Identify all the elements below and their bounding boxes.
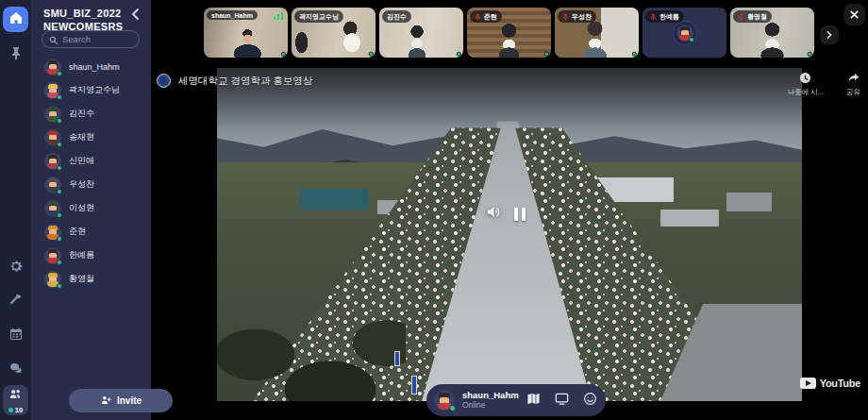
youtube-player[interactable]: 세명대학교 경영학과 홍보영상 나중에 시... 공유 YouTube — [151, 60, 868, 404]
participant-tile[interactable]: 곽지영교수님 — [292, 8, 376, 58]
signal-strength-icon — [274, 11, 284, 20]
chat-button[interactable] — [3, 357, 28, 382]
minimap-icon[interactable] — [526, 392, 541, 410]
member-avatar — [44, 106, 61, 123]
calendar-button[interactable] — [3, 323, 28, 348]
online-dot-icon — [57, 118, 62, 124]
members-panel-button[interactable]: 10 — [3, 385, 28, 415]
online-dot-icon — [57, 189, 62, 194]
invite-button[interactable]: Invite — [69, 389, 173, 412]
mic-muted-icon — [475, 13, 481, 21]
online-dot-icon — [57, 236, 62, 242]
member-name: 준현 — [69, 226, 86, 238]
close-video-button[interactable] — [843, 4, 865, 25]
member-avatar — [44, 224, 61, 241]
gear-icon — [8, 259, 24, 277]
member-avatar — [44, 59, 61, 76]
screenshare-icon[interactable] — [555, 392, 569, 410]
online-dot-icon — [57, 165, 62, 171]
channel-logo[interactable] — [157, 74, 171, 88]
pause-icon[interactable] — [514, 208, 526, 221]
next-participants-button[interactable] — [820, 25, 839, 44]
self-status: Online — [462, 401, 519, 411]
online-dot-icon — [57, 71, 62, 76]
member-avatar — [44, 200, 61, 217]
share-button[interactable]: 공유 — [846, 72, 860, 97]
member-row[interactable]: 준현 — [31, 220, 151, 244]
video-title-row[interactable]: 세명대학교 경영학과 홍보영상 — [157, 74, 312, 88]
member-avatar — [44, 129, 61, 146]
participant-name-badge: 한예름 — [645, 10, 684, 23]
video-title[interactable]: 세명대학교 경영학과 홍보영상 — [178, 75, 312, 88]
participant-tile[interactable]: 한예름 — [643, 8, 726, 58]
participant-tile[interactable]: 우성찬 — [555, 8, 639, 58]
emote-icon[interactable] — [583, 392, 597, 410]
self-status-bar[interactable]: shaun_Hahm Online — [426, 384, 606, 416]
member-name: 우성찬 — [69, 178, 94, 191]
member-avatar — [44, 153, 61, 170]
search-input[interactable] — [62, 34, 132, 44]
watch-later-button[interactable]: 나중에 시... — [788, 72, 824, 97]
people-icon — [8, 387, 23, 405]
participant-tile[interactable]: 준현 — [467, 8, 551, 58]
mic-muted-icon — [650, 13, 657, 21]
video-building — [660, 210, 719, 227]
self-name: shaun_Hahm — [462, 391, 519, 401]
mic-muted-icon — [738, 13, 744, 21]
member-row[interactable]: shaun_Hahm — [31, 55, 151, 78]
member-name: 이성현 — [69, 202, 94, 214]
volume-icon[interactable] — [486, 204, 502, 224]
participant-tile[interactable]: 김진수 — [379, 8, 463, 58]
build-button[interactable] — [3, 289, 28, 314]
participant-tile[interactable]: 황영철 — [730, 8, 814, 58]
pin-button[interactable] — [3, 42, 28, 67]
left-rail: 10 — [0, 0, 31, 420]
member-name: 김진수 — [69, 108, 94, 120]
video-building — [726, 193, 772, 211]
online-dot-icon — [57, 283, 62, 289]
online-dot-icon — [449, 405, 456, 412]
member-row[interactable]: 우성찬 — [31, 173, 151, 196]
chat-icon — [8, 361, 24, 379]
online-dot-icon — [544, 52, 549, 57]
member-list: shaun_Hahm 곽지영교수님 김진수 송재현 신민애 우성찬 — [31, 55, 151, 291]
member-row[interactable]: 곽지영교수님 — [31, 78, 151, 102]
video-dark-trees — [217, 285, 406, 401]
video-banner — [394, 351, 400, 366]
online-dot-icon — [281, 52, 286, 57]
member-name: 신민애 — [69, 155, 94, 167]
member-row[interactable]: 한예름 — [31, 244, 151, 267]
participant-name-badge: 우성찬 — [558, 10, 596, 23]
member-row[interactable]: 이성현 — [31, 196, 151, 220]
home-icon — [8, 10, 24, 29]
online-dot-icon — [808, 52, 812, 57]
online-dot-icon — [369, 52, 374, 57]
search-icon — [49, 31, 58, 48]
search-box[interactable] — [42, 30, 140, 48]
video-building — [300, 189, 368, 210]
youtube-logo[interactable]: YouTube — [800, 378, 860, 389]
person-add-icon — [100, 395, 111, 408]
member-row[interactable]: 신민애 — [31, 149, 151, 173]
participant-strip: shaun_Hahm 곽지영교수님 — [204, 8, 814, 58]
participant-name-badge: 황영철 — [733, 10, 772, 23]
participant-name-badge: 김진수 — [382, 10, 411, 23]
video-center-controls — [486, 204, 526, 224]
invite-label: Invite — [117, 395, 142, 406]
video-frame — [217, 68, 802, 401]
settings-button[interactable] — [3, 255, 28, 280]
participant-avatar-large — [673, 21, 697, 45]
participant-name-badge: shaun_Hahm — [207, 10, 258, 20]
video-banner — [411, 376, 417, 395]
member-row[interactable]: 김진수 — [31, 102, 151, 126]
hammer-icon — [8, 293, 24, 311]
collapse-sidebar-button[interactable] — [129, 8, 142, 21]
member-row[interactable]: 황영철 — [31, 267, 151, 291]
participant-tile[interactable]: shaun_Hahm — [204, 8, 288, 58]
member-row[interactable]: 송재현 — [31, 126, 151, 149]
home-button[interactable] — [3, 7, 28, 32]
member-avatar — [44, 176, 61, 193]
participant-name-badge: 곽지영교수님 — [294, 10, 343, 23]
online-dot-icon — [632, 52, 637, 57]
mic-muted-icon — [562, 13, 569, 21]
